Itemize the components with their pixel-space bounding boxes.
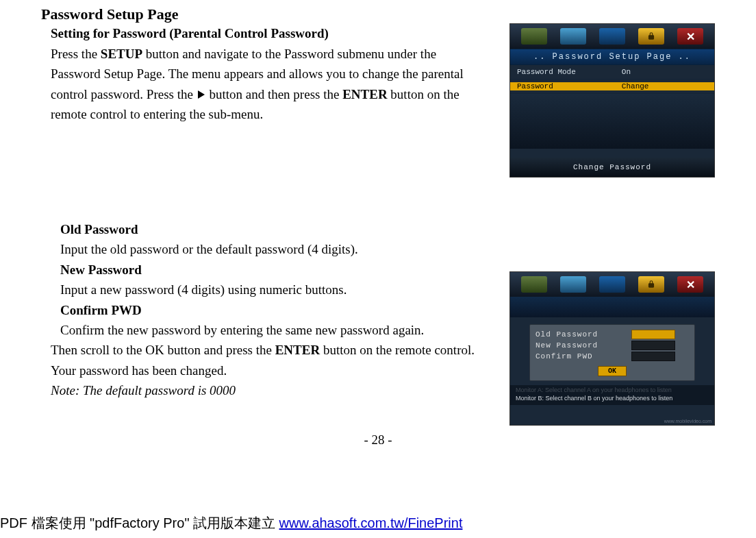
text: Then scroll to the OK button and press t… — [51, 343, 275, 357]
confirm-pwd-text: Confirm the new password by entering the… — [60, 320, 485, 340]
old-password-text: Input the old password or the default pa… — [60, 239, 485, 259]
page-number: - 28 - — [41, 432, 715, 448]
wifi-icon — [560, 276, 586, 293]
monitor-text: Monitor A: Select channel A on your head… — [510, 385, 714, 405]
password-panel: Old Password New Password Confirm PWD OK — [529, 324, 695, 381]
menu-row-password: Password Change — [510, 80, 714, 94]
old-password-heading: Old Password — [60, 219, 485, 239]
picture-icon — [521, 28, 547, 45]
new-password-box — [631, 341, 675, 350]
cell-label: Password — [510, 82, 616, 90]
figure-spacer — [510, 297, 714, 317]
enter-word: ENTER — [342, 87, 387, 101]
old-password-box — [631, 330, 675, 339]
new-password-text: Input a new password (4 digits) using nu… — [60, 280, 485, 299]
figure-toolbar: ✕ — [510, 24, 714, 49]
figure-toolbar: ✕ — [510, 272, 714, 297]
enter-word: ENTER — [275, 343, 320, 357]
cell-label: Password Mode — [510, 68, 616, 76]
menu-row-password-mode: Password Mode On — [510, 65, 714, 80]
monitor-a-text: Monitor A: Select channel A on your head… — [516, 387, 709, 395]
figure-bottom-label: Change Password — [510, 158, 714, 177]
new-password-heading: New Password — [60, 260, 485, 280]
footer-link[interactable]: www.ahasoft.com.tw/FinePrint — [279, 515, 463, 530]
label: Old Password — [536, 330, 631, 339]
label: Confirm PWD — [536, 352, 631, 360]
watermark-text: www.mobilevideo.com — [664, 419, 711, 424]
cell-value: On — [616, 68, 714, 76]
figure-title-band: .. Password Setup Page .. — [510, 49, 714, 65]
footer-text: PDF 檔案使用 "pdfFactory Pro" 試用版本建立 — [0, 515, 279, 530]
close-icon: ✕ — [677, 276, 703, 293]
play-right-icon — [198, 90, 205, 99]
new-password-line: New Password — [536, 340, 689, 351]
intro-paragraph: Press the SETUP button and navigate to t… — [51, 44, 482, 125]
setup-word: SETUP — [101, 47, 142, 61]
disc-icon — [599, 276, 625, 293]
cell-value: Change — [616, 82, 714, 90]
close-icon: ✕ — [677, 28, 703, 45]
pdf-factory-footer: PDF 檔案使用 "pdfFactory Pro" 試用版本建立 www.aha… — [0, 514, 462, 533]
label: New Password — [536, 341, 631, 350]
disc-icon — [599, 28, 625, 45]
wifi-icon — [560, 28, 586, 45]
figure-change-password: ✕ Old Password New Password Confirm PWD … — [509, 271, 715, 426]
picture-icon — [521, 276, 547, 293]
figure-blur-area — [510, 94, 714, 149]
old-password-line: Old Password — [536, 329, 689, 340]
confirm-pwd-line: Confirm PWD — [536, 351, 689, 362]
page-title: Password Setup Page — [41, 5, 715, 23]
figure-password-setup: ✕ .. Password Setup Page .. Password Mod… — [509, 23, 715, 178]
ok-button: OK — [598, 366, 627, 376]
monitor-b-text: Monitor B: Select channel B on your head… — [516, 395, 709, 403]
confirm-pwd-heading: Confirm PWD — [60, 300, 485, 320]
lock-icon — [638, 28, 664, 45]
lock-icon — [638, 276, 664, 293]
note-text: Note: The default password is 0000 — [51, 380, 475, 400]
text: Press the — [51, 47, 101, 61]
confirm-pwd-box — [631, 352, 675, 361]
text: button and then press the — [206, 87, 342, 101]
